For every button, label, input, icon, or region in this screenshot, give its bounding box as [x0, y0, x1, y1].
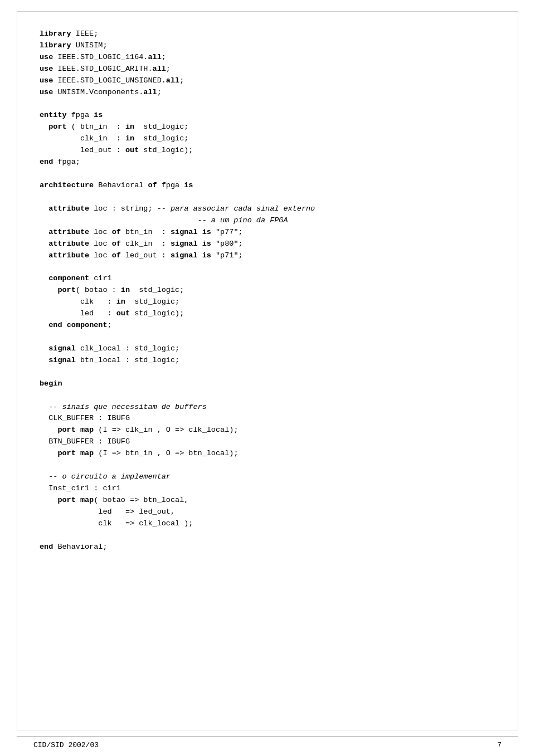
kw-attribute2: attribute — [48, 228, 89, 236]
kw-of2: of — [112, 228, 121, 236]
kw-signal1: signal — [171, 228, 198, 236]
comment2: -- a um pino da FPGA — [198, 216, 288, 225]
kw-architecture: architecture — [40, 181, 94, 189]
kw-of3: of — [112, 240, 121, 248]
kw-attribute4: attribute — [48, 251, 89, 260]
comment4: -- o circuito a implementar — [48, 472, 171, 481]
footer: CID/SID 2002/03 7 — [17, 736, 518, 756]
kw-use3: use — [40, 76, 53, 85]
kw-is3: is — [202, 228, 211, 236]
kw-signal2: signal — [171, 240, 198, 248]
kw-is5: is — [202, 251, 211, 260]
kw-use1: use — [40, 53, 53, 61]
kw-signal3: signal — [171, 251, 198, 260]
code-block: library IEEE; library UNISIM; use IEEE.S… — [40, 28, 495, 553]
kw-map2: map — [80, 449, 94, 457]
comment3: -- sinais que necessitam de buffers — [48, 403, 207, 411]
kw-in1: in — [125, 123, 134, 131]
footer-right: 7 — [497, 741, 502, 749]
kw-use4: use — [40, 88, 53, 96]
kw-library2: library — [40, 41, 71, 50]
page: library IEEE; library UNISIM; use IEEE.S… — [0, 0, 535, 756]
kw-end1: end — [40, 158, 53, 166]
kw-in3: in — [121, 286, 130, 294]
kw-port5: port — [57, 496, 75, 504]
kw-all3: all — [166, 76, 179, 85]
kw-is1: is — [94, 111, 103, 119]
kw-port1: port — [48, 123, 66, 131]
kw-out2: out — [116, 309, 130, 318]
kw-end2: end — [48, 321, 62, 329]
kw-of1: of — [148, 181, 157, 189]
kw-is2: is — [184, 181, 193, 189]
kw-signal4: signal — [48, 344, 76, 353]
kw-port4: port — [57, 449, 75, 457]
kw-signal5: signal — [48, 356, 76, 364]
kw-attribute1: attribute — [48, 204, 89, 213]
kw-use2: use — [40, 65, 53, 73]
kw-all4: all — [143, 88, 157, 96]
kw-in4: in — [116, 297, 125, 306]
kw-end3: end — [40, 543, 53, 551]
kw-component2: component — [67, 321, 108, 329]
kw-in2: in — [125, 134, 134, 143]
kw-out1: out — [125, 146, 139, 154]
comment1: -- para associar cada sinal externo — [157, 204, 315, 213]
kw-map1: map — [80, 426, 94, 434]
kw-begin: begin — [40, 379, 62, 388]
kw-entity: entity — [40, 111, 67, 119]
kw-of4: of — [112, 251, 121, 260]
kw-port2: port — [57, 286, 75, 294]
kw-library1: library — [40, 30, 71, 38]
kw-port3: port — [57, 426, 75, 434]
kw-attribute3: attribute — [48, 240, 89, 248]
footer-left: CID/SID 2002/03 — [33, 741, 99, 749]
kw-all1: all — [148, 53, 161, 61]
kw-component: component — [48, 274, 89, 282]
code-area: library IEEE; library UNISIM; use IEEE.S… — [17, 11, 518, 730]
kw-is4: is — [202, 240, 211, 248]
kw-map3: map — [80, 496, 94, 504]
kw-all2: all — [153, 65, 166, 73]
